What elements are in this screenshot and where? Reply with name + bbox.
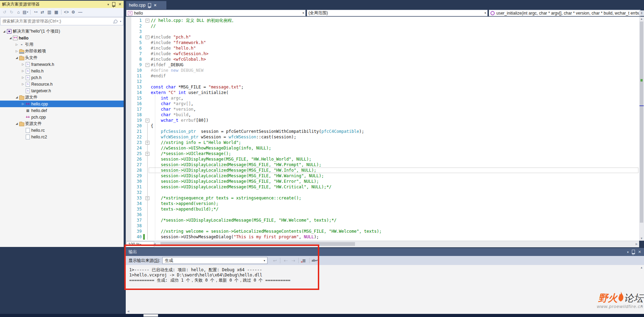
collapse-all-icon[interactable]: —: [77, 9, 83, 15]
collapsed-arrow-icon[interactable]: ▷: [21, 63, 25, 66]
code-line-13[interactable]: 13const char *MSG_FILE = "message.txt";: [131, 84, 639, 90]
output-titlebar[interactable]: 输出 ▾ ✕: [126, 248, 644, 256]
code-line-33[interactable]: 33− /*xstringsequence_ptr texts = xstrin…: [131, 195, 639, 201]
code-line-32[interactable]: 32: [131, 190, 639, 195]
collapsed-arrow-icon[interactable]: ▷: [15, 50, 19, 53]
scroll-up-icon[interactable]: ▲: [639, 266, 644, 269]
scroll-left-icon[interactable]: ◀: [127, 310, 129, 313]
search-options-chevron-icon[interactable]: ▾: [120, 20, 121, 23]
code-line-39[interactable]: 39 //xstring welcome = session->GetLocal…: [131, 229, 639, 234]
code-line-31[interactable]: 31 session->UIDisplayLocalizedMessage(MS…: [131, 184, 639, 190]
code-line-26[interactable]: 26 session->UIDisplayMessage(MSG_FILE, "…: [131, 156, 639, 162]
expanded-arrow-icon[interactable]: ◢: [8, 36, 13, 40]
wrench-icon[interactable]: ⚙: [70, 9, 76, 15]
find-message-icon[interactable]: ↩: [271, 257, 279, 264]
tree-item-file-pch-h[interactable]: ▷hpch.h: [0, 74, 124, 81]
code-line-16[interactable]: 16 char *argv[],: [131, 101, 639, 106]
code-editor[interactable]: 1−// hello.cpp: 定义 DLL 的初始化例程。2//34−#inc…: [126, 17, 639, 241]
tree-item-source-files[interactable]: ◢源文件: [0, 94, 124, 101]
breakpoint-margin[interactable]: [126, 17, 131, 241]
collapsed-arrow-icon[interactable]: ▷: [21, 83, 25, 86]
output-source-dropdown[interactable]: 生成 ▾: [162, 257, 267, 264]
output-horizontal-scrollbar[interactable]: ◀: [126, 309, 639, 314]
project-dropdown[interactable]: + hello ▾: [126, 10, 306, 16]
code-line-36[interactable]: 36: [131, 212, 639, 217]
editor-splitter-handle[interactable]: ⇕: [639, 10, 644, 16]
code-line-8[interactable]: 8#include <wfcGlobal.h>: [131, 57, 639, 62]
tree-item-project-hello[interactable]: ◢++hello: [0, 35, 124, 41]
scroll-up-icon[interactable]: ▲: [639, 17, 644, 20]
tree-item-resource-files[interactable]: ◢资源文件: [0, 120, 124, 127]
tree-item-file-pch-cpp[interactable]: ++pch.cpp: [0, 114, 124, 120]
collapse-box-icon[interactable]: −: [146, 19, 149, 23]
member-dropdown[interactable]: user_initialize(int argc, char * argv[],…: [489, 10, 641, 16]
pin-icon[interactable]: [632, 250, 635, 254]
code-line-18[interactable]: 18 char *build,: [131, 112, 639, 118]
home-icon[interactable]: ⌂: [15, 9, 22, 15]
code-line-20[interactable]: 20{: [131, 123, 639, 129]
tab-close-icon[interactable]: ✕: [154, 3, 157, 8]
code-line-37[interactable]: 37 /*session->UIDisplayLocalizedMessage(…: [131, 217, 639, 223]
scroll-left-icon[interactable]: ◀: [154, 242, 156, 246]
editor-vertical-scrollbar[interactable]: ▲ ▼: [639, 17, 644, 241]
code-line-29[interactable]: 29 session->UIDisplayLocalizedMessage(MS…: [131, 173, 639, 179]
code-line-3[interactable]: 3: [131, 29, 639, 34]
code-line-34[interactable]: 34 texts->append(version);: [131, 201, 639, 206]
code-line-10[interactable]: 10#define new DEBUG_NEW: [131, 68, 639, 73]
close-icon[interactable]: ✕: [118, 2, 122, 7]
code-line-23[interactable]: 23− //xstring info = L"Hello World";: [131, 140, 639, 145]
expanded-arrow-icon[interactable]: ◢: [15, 122, 19, 125]
tree-item-file-hello-def[interactable]: ▦hello.def: [0, 107, 124, 114]
tree-item-references[interactable]: ▷▪▪引用: [0, 41, 124, 48]
tree-item-external-dependencies[interactable]: ▷外部依赖项: [0, 48, 124, 54]
scroll-down-icon[interactable]: ▼: [639, 237, 644, 240]
collapsed-arrow-icon[interactable]: ▷: [21, 102, 25, 105]
tree-item-file-hello-h[interactable]: ▷hhello.h: [0, 68, 124, 74]
code-line-2[interactable]: 2//: [131, 23, 639, 29]
code-line-30[interactable]: 30 session->UIDisplayLocalizedMessage(MS…: [131, 179, 639, 184]
code-line-14[interactable]: 14extern "C" int user_initialize(: [131, 90, 639, 95]
code-line-27[interactable]: 27 session->UIDisplayLocalizedMessage(MS…: [131, 162, 639, 168]
tree-item-file-framework-h[interactable]: ▷hframework.h: [0, 61, 124, 68]
tree-item-file-resource-h[interactable]: ▷hResource.h: [0, 81, 124, 87]
code-line-38[interactable]: 38: [131, 223, 639, 229]
sync-with-active-document-icon[interactable]: ⇄: [39, 9, 46, 15]
solution-explorer-titlebar[interactable]: 解决方案资源管理器 ▾ ✕: [0, 1, 124, 8]
expanded-arrow-icon[interactable]: ◢: [2, 30, 6, 33]
tree-item-file-hello-rc2[interactable]: hello.rc2: [0, 134, 124, 140]
close-icon[interactable]: ✕: [638, 250, 641, 254]
collapsed-arrow-icon[interactable]: ▷: [15, 43, 19, 46]
clear-all-icon[interactable]: ≣✕: [300, 257, 308, 264]
tree-item-file-hello-cpp[interactable]: ▷++hello.cpp: [0, 101, 124, 107]
code-line-4[interactable]: 4−#include "pch.h": [131, 34, 639, 40]
tree-item-header-files[interactable]: ◢头文件: [0, 54, 124, 61]
code-line-1[interactable]: 1−// hello.cpp: 定义 DLL 的初始化例程。: [131, 18, 639, 23]
code-line-9[interactable]: 9−#ifdef _DEBUG: [131, 62, 639, 68]
code-line-17[interactable]: 17 char *version,: [131, 106, 639, 112]
code-line-5[interactable]: 5#include "framework.h": [131, 40, 639, 45]
collapse-box-icon[interactable]: −: [146, 119, 149, 122]
code-line-22[interactable]: 22 wfcWSession_ptr wSession = wfcWSessio…: [131, 134, 639, 140]
code-line-19[interactable]: 19− wchar_t errbuf[80]): [131, 118, 639, 123]
editor-horizontal-scrollbar[interactable]: 100 % ▾ ◀ ▶: [126, 241, 639, 247]
toggle-word-wrap-icon[interactable]: ab↵: [311, 257, 319, 264]
window-menu-chevron-icon[interactable]: ▾: [627, 250, 629, 254]
pin-icon[interactable]: [112, 2, 115, 7]
search-input[interactable]: 搜索解决方案资源管理器(Ctrl+;) ▾: [0, 17, 123, 25]
back-icon[interactable]: ↺: [1, 9, 8, 15]
code-line-40[interactable]: 40 session->UIShowMessageDialog("This is…: [131, 234, 639, 240]
switch-views-icon[interactable]: ▤▾: [22, 9, 28, 15]
collapsed-arrow-icon[interactable]: ▷: [21, 69, 25, 72]
output-console[interactable]: 1>------ 已启动生成: 项目: hello, 配置: Debug x64…: [126, 265, 639, 309]
code-line-11[interactable]: 11#endif: [131, 73, 639, 79]
code-line-15[interactable]: 15 int argc,: [131, 95, 639, 101]
next-message-icon[interactable]: ⇢: [289, 257, 297, 264]
tree-item-file-hello-rc[interactable]: hello.rc: [0, 127, 124, 134]
window-menu-chevron-icon[interactable]: ▾: [107, 3, 109, 6]
tree-item-solution[interactable]: ◢解决方案"hello"(1 个项目): [0, 28, 124, 35]
collapse-box-icon[interactable]: −: [146, 35, 149, 39]
expanded-arrow-icon[interactable]: ◢: [15, 96, 19, 99]
tab-hello-cpp[interactable]: hello.cpp ✕: [126, 1, 166, 9]
pending-changes-filter-icon[interactable]: ◔▾: [32, 9, 39, 15]
view-code-icon[interactable]: <>: [63, 9, 69, 15]
